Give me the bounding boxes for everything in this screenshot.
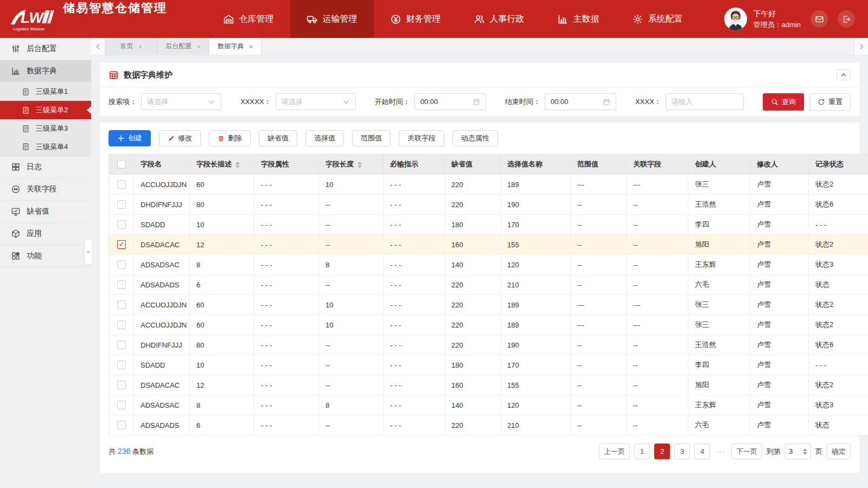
tab-home[interactable]: 首页× bbox=[105, 38, 157, 55]
table-cell: - - - bbox=[384, 295, 445, 315]
tab-data-dictionary[interactable]: 数据字典× bbox=[209, 38, 261, 55]
page-button-2[interactable]: 2 bbox=[654, 444, 670, 459]
start-time-input[interactable]: 00:00 bbox=[414, 93, 486, 110]
nav-item-label: 系统配置 bbox=[648, 14, 683, 25]
table-cell: -- bbox=[627, 395, 688, 415]
row-checkbox[interactable] bbox=[117, 180, 126, 189]
nav-item-label: 人事行政 bbox=[490, 14, 525, 25]
row-checkbox[interactable] bbox=[117, 381, 126, 389]
table-cell: 卢雪 bbox=[750, 335, 809, 355]
page-button-3[interactable]: 3 bbox=[674, 444, 690, 459]
tab-scroll-right-button[interactable] bbox=[854, 38, 868, 55]
range-value-button[interactable]: 范围值 bbox=[352, 130, 391, 146]
row-checkbox[interactable] bbox=[117, 421, 126, 429]
column-header[interactable]: 字段长描述 bbox=[190, 155, 254, 175]
table-cell: 60 bbox=[190, 315, 254, 335]
close-icon[interactable]: × bbox=[197, 43, 200, 50]
row-checkbox[interactable] bbox=[117, 341, 126, 349]
table-cell: 8 bbox=[190, 395, 254, 415]
row-checkbox[interactable] bbox=[117, 260, 126, 269]
delete-button[interactable]: 删除 bbox=[209, 130, 251, 146]
tab-scroll-left-button[interactable] bbox=[91, 38, 105, 55]
goto-page-input[interactable]: 3 bbox=[785, 444, 811, 459]
sidebar-item-submenu-2[interactable]: 三级菜单2 bbox=[0, 101, 91, 119]
select-all-checkbox[interactable] bbox=[117, 160, 126, 169]
filter-label: 搜索项： bbox=[108, 97, 137, 107]
sort-icon[interactable] bbox=[235, 162, 240, 168]
sidebar-item-submenu-3[interactable]: 三级菜单3 bbox=[0, 119, 91, 138]
table-cell: --- bbox=[571, 295, 627, 315]
nav-item-finance[interactable]: 财务管理 bbox=[374, 0, 457, 38]
pagination: 上一页1234···下一页到第3页确定 bbox=[599, 444, 851, 459]
sidebar-item-data-dictionary[interactable]: 数据字典 bbox=[0, 60, 91, 82]
page-button-4[interactable]: 4 bbox=[694, 444, 710, 459]
tab-backend-config[interactable]: 后台配置× bbox=[157, 38, 209, 55]
sidebar-item-submenu-1[interactable]: 三级菜单1 bbox=[0, 82, 91, 101]
tab-label: 后台配置 bbox=[165, 42, 192, 51]
warehouse-icon bbox=[223, 14, 234, 25]
search-item-select[interactable]: 请选择 bbox=[141, 93, 221, 110]
end-time-input[interactable]: 00:00 bbox=[545, 93, 616, 110]
column-header-label: 字段属性 bbox=[261, 160, 289, 168]
page-stepper[interactable] bbox=[803, 448, 807, 455]
row-checkbox[interactable] bbox=[117, 220, 126, 229]
nav-item-system-config[interactable]: 系统配置 bbox=[616, 0, 699, 38]
table-cell: 状态6 bbox=[809, 335, 868, 355]
user-avatar[interactable] bbox=[724, 8, 747, 30]
sort-icon[interactable] bbox=[358, 162, 362, 168]
column-header[interactable]: 字段长度 bbox=[319, 155, 384, 175]
modify-button[interactable]: 修改 bbox=[159, 130, 201, 146]
panel-collapse-button[interactable] bbox=[837, 69, 851, 80]
sidebar-item-submenu-4[interactable]: 三级菜单4 bbox=[0, 138, 91, 156]
sidebar-item-apps[interactable]: 应用 bbox=[0, 223, 91, 245]
related-field-button[interactable]: 关联字段 bbox=[399, 130, 444, 146]
select-value-button[interactable]: 选择值 bbox=[305, 130, 344, 146]
prev-page-button[interactable]: 上一页 bbox=[599, 444, 630, 459]
table-cell: - - - bbox=[254, 315, 319, 335]
xxxx-input[interactable]: 请输入 bbox=[666, 93, 744, 110]
close-icon[interactable]: × bbox=[138, 43, 142, 50]
table-cell: - - - bbox=[384, 375, 445, 395]
next-page-button[interactable]: 下一页 bbox=[731, 444, 762, 459]
table-cell: 王东辉 bbox=[688, 255, 750, 275]
row-checkbox[interactable] bbox=[117, 200, 126, 209]
column-header-label: 修改人 bbox=[757, 160, 778, 168]
nav-item-transport[interactable]: 运输管理 bbox=[290, 0, 374, 38]
mail-button[interactable] bbox=[810, 10, 828, 28]
row-checkbox[interactable] bbox=[117, 361, 126, 369]
default-value-button[interactable]: 缺省值 bbox=[259, 130, 297, 146]
column-header: 必输指示 bbox=[384, 155, 445, 175]
row-checkbox[interactable] bbox=[117, 280, 126, 289]
row-checkbox[interactable] bbox=[117, 401, 126, 409]
sidebar-item-backend-config[interactable]: 后台配置 bbox=[0, 38, 91, 60]
table-cell: 155 bbox=[501, 375, 571, 395]
sidebar-item-functions[interactable]: 功能 bbox=[0, 245, 91, 267]
create-button[interactable]: 创建 bbox=[108, 130, 151, 146]
sidebar-item-related-fields[interactable]: 关联字段 bbox=[0, 178, 91, 201]
dynamic-attribute-button[interactable]: 动态属性 bbox=[452, 130, 498, 146]
table-cell: 210 bbox=[501, 275, 571, 295]
row-checkbox-checked[interactable] bbox=[117, 240, 126, 249]
select-placeholder: 请选择 bbox=[282, 97, 303, 107]
sidebar-collapse-handle[interactable]: « bbox=[84, 239, 92, 265]
table-cell: DSADACAC bbox=[134, 235, 190, 255]
sidebar-item-logs[interactable]: 日志 bbox=[0, 156, 91, 178]
nav-item-master-data[interactable]: 主数据 bbox=[541, 0, 616, 38]
nav-item-hr[interactable]: 人事行政 bbox=[457, 0, 541, 38]
sidebar-item-label: 三级菜单4 bbox=[36, 142, 68, 152]
nav-item-warehouse[interactable]: 仓库管理 bbox=[207, 0, 290, 38]
close-icon[interactable]: × bbox=[249, 43, 252, 50]
table-cell: 状态2 bbox=[809, 315, 868, 335]
confirm-button[interactable]: 确定 bbox=[827, 444, 851, 459]
query-button[interactable]: 查询 bbox=[763, 93, 804, 111]
page-button-1[interactable]: 1 bbox=[634, 444, 650, 459]
table-cell: 状态3 bbox=[809, 395, 868, 415]
row-checkbox[interactable] bbox=[117, 320, 126, 329]
row-checkbox[interactable] bbox=[117, 300, 126, 309]
reset-button[interactable]: 重置 bbox=[809, 93, 851, 111]
xxxxx-select[interactable]: 请选择 bbox=[276, 93, 356, 110]
monitor-icon bbox=[11, 207, 21, 216]
sidebar-item-default-values[interactable]: 缺省值 bbox=[0, 201, 91, 223]
sidebar-item-label: 三级菜单1 bbox=[36, 87, 68, 97]
logout-button[interactable] bbox=[838, 10, 855, 28]
